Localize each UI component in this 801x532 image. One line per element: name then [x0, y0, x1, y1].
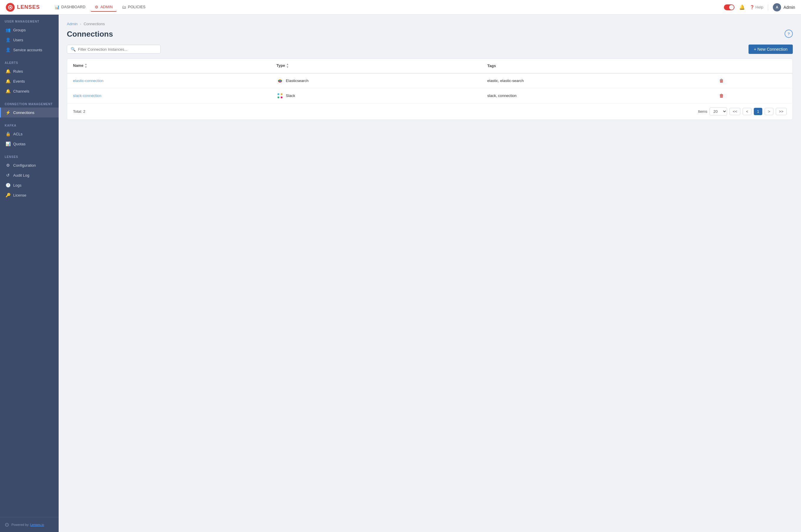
- delete-button-elastic-connection[interactable]: 🗑: [719, 78, 724, 83]
- search-icon: 🔍: [71, 47, 76, 52]
- new-connection-button[interactable]: + New Connection: [748, 44, 793, 54]
- total-label: Total: 2: [73, 109, 85, 114]
- sidebar-item-label-audit-log: Audit Log: [13, 173, 29, 177]
- breadcrumb-parent[interactable]: Admin: [67, 22, 78, 26]
- nav-item-admin[interactable]: ⚙ADMIN: [91, 3, 117, 12]
- connection-link-elastic-connection[interactable]: elastic-connection: [73, 78, 104, 83]
- nav-divider: [768, 4, 768, 10]
- row-tags-slack-connection: slack, connection: [481, 88, 713, 103]
- search-input[interactable]: [78, 47, 157, 52]
- sidebar-item-events[interactable]: 🔔Events: [0, 76, 59, 86]
- row-tags-elastic-connection: elastic, elastic-search: [481, 73, 713, 89]
- sidebar-item-label-users: Users: [13, 38, 23, 42]
- sidebar-item-service-accounts[interactable]: 👤Service accounts: [0, 45, 59, 55]
- sidebar-item-label-configuration: Configuration: [13, 163, 36, 168]
- svg-rect-7: [277, 93, 279, 95]
- dashboard-nav-icon: 📊: [55, 5, 59, 10]
- svg-rect-8: [277, 96, 279, 98]
- events-sidebar-icon: 🔔: [5, 79, 10, 83]
- last-page-button[interactable]: >>: [776, 108, 787, 115]
- sidebar-item-label-rules: Rules: [13, 69, 23, 74]
- sidebar-item-users[interactable]: 👤Users: [0, 35, 59, 45]
- sidebar-item-label-license: License: [13, 193, 26, 197]
- sidebar-item-label-service-accounts: Service accounts: [13, 48, 42, 52]
- col-header-type[interactable]: Type▲▼: [271, 59, 481, 73]
- sidebar-item-configuration[interactable]: ⚙Configuration: [0, 160, 59, 170]
- col-header-actions: [713, 59, 793, 73]
- user-menu[interactable]: A Admin: [773, 3, 795, 12]
- toolbar: 🔍 + New Connection: [67, 44, 793, 54]
- license-sidebar-icon: 🔑: [5, 193, 10, 197]
- table-header: Name▲▼Type▲▼Tags: [67, 59, 793, 73]
- connections-card: Name▲▼Type▲▼Tags elastic-connection Elas…: [67, 59, 793, 120]
- sidebar-section-title-connection-management: CONNECTION MANAGEMENT: [0, 102, 59, 108]
- page-header: Connections ?: [67, 30, 793, 39]
- col-header-name[interactable]: Name▲▼: [67, 59, 271, 73]
- row-name-slack-connection: slack-connection: [67, 88, 271, 103]
- sidebar-item-channels[interactable]: 🔔Channels: [0, 86, 59, 96]
- sidebar-section-title-user-management: USER MANAGEMENT: [0, 20, 59, 25]
- channels-sidebar-icon: 🔔: [5, 89, 10, 93]
- svg-point-1: [10, 6, 11, 8]
- search-box: 🔍: [67, 45, 161, 54]
- current-page-button[interactable]: 1: [754, 108, 762, 115]
- quotas-sidebar-icon: 📊: [5, 141, 10, 146]
- sidebar-section-lenses: LENSES⚙Configuration↺Audit Log🕐Logs🔑Lice…: [0, 150, 59, 201]
- sidebar-item-quotas[interactable]: 📊Quotas: [0, 139, 59, 149]
- configuration-sidebar-icon: ⚙: [5, 163, 10, 168]
- slack-icon: [276, 92, 284, 99]
- next-page-button[interactable]: >: [765, 108, 773, 115]
- page-help-icon[interactable]: ?: [785, 30, 793, 38]
- sidebar-item-license[interactable]: 🔑License: [0, 190, 59, 200]
- logs-sidebar-icon: 🕐: [5, 183, 10, 188]
- logo-area[interactable]: LENSES: [6, 3, 40, 12]
- pagination-row: Total: 2 Items 102050100 << < 1 > >>: [67, 103, 793, 119]
- connection-link-slack-connection[interactable]: slack-connection: [73, 93, 102, 98]
- theme-toggle[interactable]: [724, 4, 734, 10]
- groups-sidebar-icon: 👥: [5, 27, 10, 32]
- page-title: Connections: [67, 30, 113, 39]
- acls-sidebar-icon: 🔒: [5, 132, 10, 136]
- sidebar-section-alerts: ALERTS🔔Rules🔔Events🔔Channels: [0, 56, 59, 97]
- prev-page-button[interactable]: <: [743, 108, 751, 115]
- user-label: Admin: [783, 5, 795, 10]
- sidebar-section-title-lenses: LENSES: [0, 155, 59, 160]
- first-page-button[interactable]: <<: [729, 108, 740, 115]
- sidebar-item-label-quotas: Quotas: [13, 142, 25, 146]
- nav-item-dashboard[interactable]: 📊DASHBOARD: [51, 3, 89, 12]
- svg-rect-9: [280, 93, 283, 95]
- user-avatar: A: [773, 3, 781, 12]
- nav-item-policies[interactable]: 🗂POLICIES: [118, 3, 149, 12]
- pagination-right: Items 102050100 << < 1 > >>: [698, 108, 787, 115]
- sidebar-item-label-connections: Connections: [13, 111, 34, 115]
- sidebar-item-label-events: Events: [13, 79, 25, 83]
- sort-arrows-name: ▲▼: [85, 63, 87, 69]
- breadcrumb-separator: ›: [80, 22, 81, 26]
- sidebar-section-user-management: USER MANAGEMENT👥Groups👤Users👤Service acc…: [0, 15, 59, 56]
- delete-button-slack-connection[interactable]: 🗑: [719, 93, 724, 98]
- logo-icon: [6, 3, 15, 12]
- sidebar-item-rules[interactable]: 🔔Rules: [0, 66, 59, 76]
- items-per-page-select[interactable]: 102050100: [710, 108, 727, 115]
- sidebar-item-label-groups: Groups: [13, 28, 26, 32]
- sidebar-item-groups[interactable]: 👥Groups: [0, 25, 59, 35]
- sidebar-item-acls[interactable]: 🔒ACLs: [0, 129, 59, 139]
- table-row: elastic-connection Elasticsearchelastic,…: [67, 73, 793, 89]
- row-type-slack-connection: Slack: [271, 88, 481, 103]
- nav-right: 🔔 ❓ Help A Admin: [724, 3, 795, 12]
- sidebar-footer: ⊙Powered by: Lenses.io: [0, 517, 59, 532]
- connections-sidebar-icon: ⚡: [5, 110, 10, 115]
- users-sidebar-icon: 👤: [5, 38, 10, 42]
- breadcrumb-current: Connections: [84, 22, 105, 26]
- bell-icon[interactable]: 🔔: [739, 4, 745, 10]
- logo-text: LENSES: [17, 4, 40, 10]
- row-delete-slack-connection: 🗑: [713, 88, 793, 103]
- sidebar-item-audit-log[interactable]: ↺Audit Log: [0, 170, 59, 180]
- help-button[interactable]: ❓ Help: [750, 5, 763, 10]
- lenses-io-link[interactable]: Lenses.io: [30, 523, 44, 527]
- svg-rect-10: [280, 96, 283, 98]
- table-row: slack-connection Slackslack, connection🗑: [67, 88, 793, 103]
- sort-arrows-type: ▲▼: [286, 63, 289, 69]
- sidebar-item-connections[interactable]: ⚡Connections: [0, 108, 59, 117]
- sidebar-item-logs[interactable]: 🕐Logs: [0, 180, 59, 190]
